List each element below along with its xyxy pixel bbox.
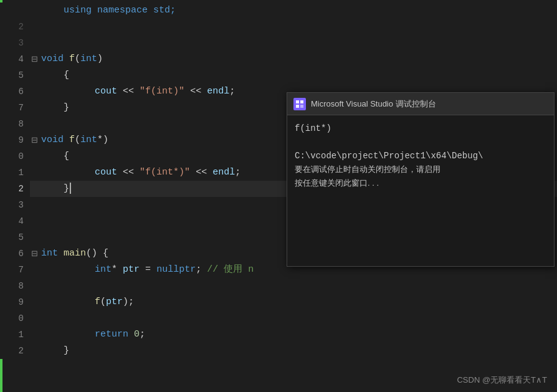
line-number-17: 7	[0, 262, 30, 278]
debug-output-3: C:\vcode\project\Project1\x64\Debug\	[295, 149, 546, 163]
code-line-3: 3	[0, 35, 557, 51]
line-number-16: 6	[0, 246, 30, 262]
fold-17	[30, 262, 39, 278]
code-content-20	[39, 310, 557, 327]
fold-12	[30, 181, 39, 197]
line-number-12: 2	[0, 181, 30, 197]
line-number-2: 2	[0, 19, 30, 35]
code-line-19: 9 f(ptr);	[0, 294, 557, 310]
code-line-5: 5 {	[0, 67, 557, 84]
line-number-14: 4	[0, 213, 30, 229]
line-number-6: 6	[0, 84, 30, 100]
line-number-5: 5	[0, 67, 30, 84]
code-content-2	[39, 19, 557, 35]
code-line-1: using namespace std;	[0, 2, 557, 19]
code-content-5: {	[39, 67, 557, 84]
fold-22	[30, 343, 39, 359]
fold-18	[30, 278, 39, 294]
line-number-11: 1	[0, 165, 30, 181]
watermark: CSDN @无聊看看天T∧T	[457, 375, 547, 386]
line-number-9: 9	[0, 132, 30, 148]
fold-2	[30, 19, 39, 35]
code-line-22: 2 }	[0, 343, 557, 359]
code-content-18	[39, 278, 557, 294]
code-line-21: 1 return 0;	[0, 327, 557, 343]
debug-output-2	[295, 135, 546, 149]
line-number-10: 0	[0, 148, 30, 165]
debug-console-body: f(int*) C:\vcode\project\Project1\x64\De…	[287, 115, 554, 266]
code-line-20: 0	[0, 310, 557, 327]
code-line-4: 4 ⊟ void f(int)	[0, 51, 557, 67]
fold-1	[30, 2, 39, 19]
line-number-15: 5	[0, 229, 30, 246]
code-content-19: f(ptr);	[39, 294, 557, 310]
line-number-4: 4	[0, 51, 30, 67]
fold-11	[30, 165, 39, 181]
code-content-21: return 0;	[39, 327, 557, 343]
fold-9: ⊟	[30, 132, 39, 148]
line-number-19: 9	[0, 294, 30, 310]
code-editor: using namespace std; 2 3 4 ⊟ void f(int)…	[0, 0, 557, 392]
fold-6	[30, 84, 39, 100]
line-number-7: 7	[0, 100, 30, 116]
line-number-3: 3	[0, 35, 30, 51]
code-content-3	[39, 35, 557, 51]
debug-output-5: 按任意键关闭此窗口. . .	[295, 176, 546, 190]
line-number-18: 8	[0, 278, 30, 294]
fold-10	[30, 148, 39, 165]
fold-20	[30, 310, 39, 327]
fold-8	[30, 116, 39, 132]
fold-5	[30, 67, 39, 84]
debug-output-4: 要在调试停止时自动关闭控制台，请启用	[295, 163, 546, 176]
debug-console-title: Microsoft Visual Studio 调试控制台	[311, 98, 436, 110]
code-line-2: 2	[0, 19, 557, 35]
svg-rect-3	[300, 105, 303, 108]
vs-icon	[293, 98, 306, 110]
debug-output-1: f(int*)	[295, 122, 546, 135]
fold-14	[30, 213, 39, 229]
code-content-4: void f(int)	[39, 51, 557, 67]
fold-15	[30, 229, 39, 246]
line-number-13: 3	[0, 197, 30, 213]
svg-rect-2	[296, 105, 299, 108]
fold-4: ⊟	[30, 51, 39, 67]
debug-console-titlebar: Microsoft Visual Studio 调试控制台	[287, 93, 554, 115]
svg-rect-1	[300, 100, 303, 103]
code-line-18: 8	[0, 278, 557, 294]
fold-3	[30, 35, 39, 51]
line-number-21: 1	[0, 327, 30, 343]
fold-19	[30, 294, 39, 310]
debug-console[interactable]: Microsoft Visual Studio 调试控制台 f(int*) C:…	[287, 92, 555, 267]
fold-21	[30, 327, 39, 343]
fold-13	[30, 197, 39, 213]
code-content-22: }	[39, 343, 557, 359]
line-number-8: 8	[0, 116, 30, 132]
line-number-22: 2	[0, 343, 30, 359]
line-number-20: 0	[0, 310, 30, 327]
fold-7	[30, 100, 39, 116]
line-number-1	[0, 2, 30, 19]
svg-rect-0	[296, 100, 299, 103]
code-content-1: using namespace std;	[39, 2, 557, 19]
fold-16: ⊟	[30, 246, 39, 262]
